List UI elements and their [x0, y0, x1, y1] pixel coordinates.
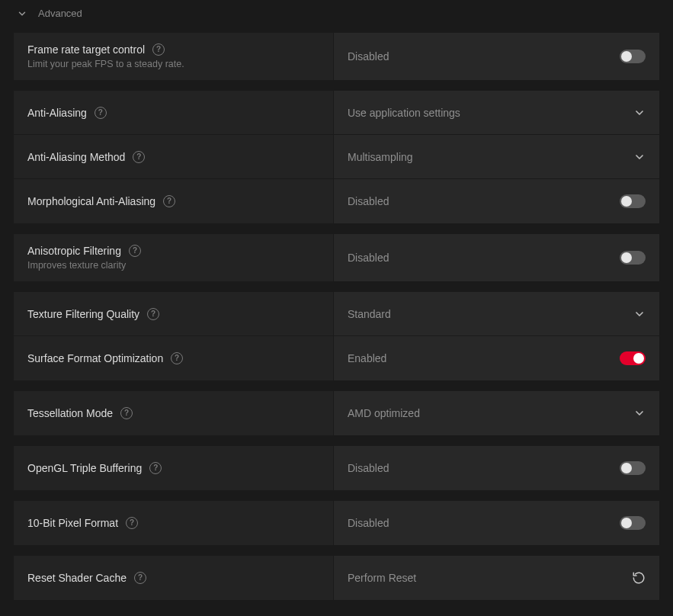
row-label-cell: Morphological Anti-Aliasing ?: [14, 179, 334, 223]
section-title: Advanced: [38, 8, 82, 19]
setting-label: Tessellation Mode: [27, 407, 113, 419]
tessellation-dropdown[interactable]: AMD optimized: [334, 391, 659, 435]
anti-aliasing-dropdown[interactable]: Use application settings: [334, 91, 659, 134]
frame-rate-toggle[interactable]: [620, 50, 646, 63]
row-value-cell: Enabled: [334, 336, 659, 380]
advanced-section-header[interactable]: Advanced: [0, 0, 673, 27]
reset-icon: [632, 571, 646, 585]
row-label-cell: Frame rate target control ? Limit your p…: [14, 33, 334, 80]
setting-label: Texture Filtering Quality: [27, 308, 139, 320]
help-icon[interactable]: ?: [133, 151, 145, 163]
row-label-cell: Anisotropic Filtering ? Improves texture…: [14, 234, 334, 281]
row-shader-cache: Reset Shader Cache ? Perform Reset: [14, 556, 659, 600]
setting-value: Perform Reset: [348, 572, 416, 584]
row-label-cell: Reset Shader Cache ?: [14, 556, 334, 600]
setting-value: Standard: [348, 308, 391, 320]
row-frame-rate-target: Frame rate target control ? Limit your p…: [14, 33, 659, 80]
shader-reset-button[interactable]: Perform Reset: [334, 556, 659, 600]
anisotropic-toggle[interactable]: [620, 251, 646, 265]
setting-label: Anti-Aliasing: [27, 107, 87, 119]
help-icon[interactable]: ?: [147, 308, 159, 320]
help-icon[interactable]: ?: [95, 107, 107, 119]
chevron-down-icon: [633, 407, 646, 419]
setting-value: Disabled: [348, 252, 389, 264]
row-morph-aa: Morphological Anti-Aliasing ? Disabled: [14, 179, 659, 223]
row-label-cell: Anti-Aliasing ?: [14, 91, 334, 134]
help-icon[interactable]: ?: [120, 407, 133, 419]
surface-opt-toggle[interactable]: [620, 351, 646, 365]
setting-value: Disabled: [348, 50, 389, 63]
help-icon[interactable]: ?: [134, 572, 146, 584]
setting-label: Morphological Anti-Aliasing: [27, 195, 155, 207]
setting-label: Anti-Aliasing Method: [27, 151, 125, 163]
row-anisotropic: Anisotropic Filtering ? Improves texture…: [14, 234, 659, 281]
row-label-cell: Anti-Aliasing Method ?: [14, 135, 334, 178]
help-icon[interactable]: ?: [129, 245, 141, 257]
setting-value: Enabled: [348, 352, 386, 364]
setting-description: Improves texture clarity: [27, 260, 319, 271]
setting-label: 10-Bit Pixel Format: [27, 517, 118, 529]
setting-value: AMD optimized: [348, 407, 420, 419]
row-value-cell: Disabled: [334, 33, 659, 80]
morph-aa-toggle[interactable]: [620, 194, 646, 208]
setting-label: Anisotropic Filtering: [27, 245, 121, 257]
help-icon[interactable]: ?: [163, 195, 175, 207]
setting-value: Disabled: [348, 195, 389, 207]
setting-value: Disabled: [348, 517, 389, 529]
setting-label: Surface Format Optimization: [27, 352, 163, 364]
aa-method-dropdown[interactable]: Multisampling: [334, 135, 659, 178]
row-surface-opt: Surface Format Optimization ? Enabled: [14, 336, 659, 380]
help-icon[interactable]: ?: [152, 43, 165, 56]
row-aa-method: Anti-Aliasing Method ? Multisampling: [14, 135, 659, 179]
row-tex-quality: Texture Filtering Quality ? Standard: [14, 292, 659, 336]
setting-label: OpenGL Triple Buffering: [27, 462, 142, 474]
row-value-cell: Disabled: [334, 234, 659, 281]
row-tessellation: Tessellation Mode ? AMD optimized: [14, 391, 659, 435]
row-value-cell: Disabled: [334, 501, 659, 545]
chevron-down-icon: [17, 8, 27, 19]
setting-label: Frame rate target control: [27, 43, 145, 56]
help-icon[interactable]: ?: [126, 517, 138, 529]
setting-value: Multisampling: [348, 151, 413, 163]
help-icon[interactable]: ?: [149, 462, 162, 474]
setting-value: Use application settings: [348, 107, 460, 119]
row-label-cell: Tessellation Mode ?: [14, 391, 334, 435]
triple-buffering-toggle[interactable]: [620, 461, 646, 475]
row-triple-buffering: OpenGL Triple Buffering ? Disabled: [14, 446, 659, 490]
row-10bit: 10-Bit Pixel Format ? Disabled: [14, 501, 659, 545]
chevron-down-icon: [633, 151, 646, 163]
setting-label: Reset Shader Cache: [27, 572, 127, 584]
row-label-cell: Texture Filtering Quality ?: [14, 292, 334, 335]
setting-description: Limit your peak FPS to a steady rate.: [27, 59, 319, 69]
setting-value: Disabled: [348, 462, 389, 474]
row-anti-aliasing: Anti-Aliasing ? Use application settings: [14, 91, 659, 135]
tex-quality-dropdown[interactable]: Standard: [334, 292, 659, 335]
help-icon[interactable]: ?: [171, 352, 183, 364]
row-value-cell: Disabled: [334, 446, 659, 490]
row-value-cell: Disabled: [334, 179, 659, 223]
row-label-cell: Surface Format Optimization ?: [14, 336, 334, 380]
row-label-cell: 10-Bit Pixel Format ?: [14, 501, 334, 545]
chevron-down-icon: [633, 107, 646, 119]
row-label-cell: OpenGL Triple Buffering ?: [14, 446, 334, 490]
tenbit-toggle[interactable]: [620, 516, 646, 530]
chevron-down-icon: [633, 308, 646, 320]
